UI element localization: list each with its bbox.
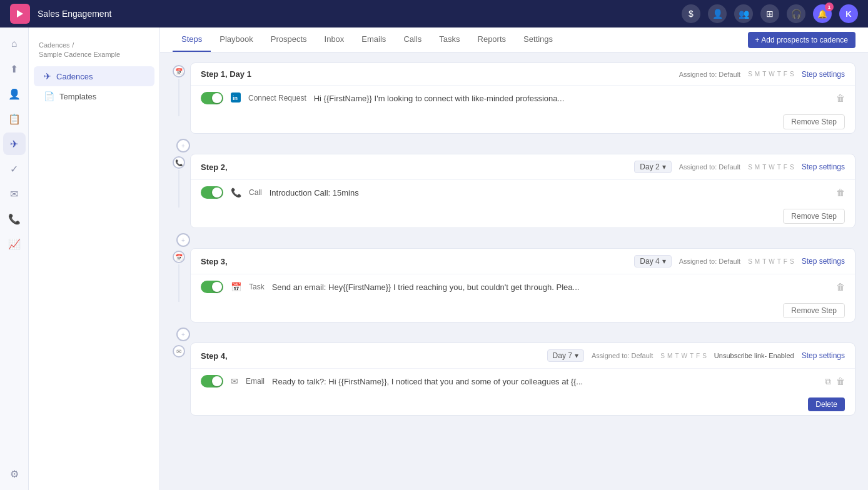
sidebar-icon-send[interactable]: ✈ — [3, 132, 26, 155]
step2-day-label: Day 2 — [640, 162, 659, 171]
step1-calendar-icon: 📅 — [173, 65, 185, 78]
sidebar-icon-tasks[interactable]: ✓ — [3, 158, 26, 180]
sidebar-item-templates[interactable]: 📄 Templates — [34, 86, 154, 106]
step2-type-label: Call — [249, 188, 262, 197]
step1-type-label: Connect Request — [248, 94, 306, 102]
tab-emails[interactable]: Emails — [353, 28, 395, 52]
step2-remove-btn[interactable]: Remove Step — [783, 209, 845, 224]
step4-settings-link[interactable]: Step settings — [802, 351, 845, 360]
tab-inbox[interactable]: Inbox — [316, 28, 353, 52]
add-step-icon-3[interactable]: + — [176, 328, 190, 341]
step1-delete-icon[interactable]: 🗑 — [836, 93, 845, 103]
step3-day-label: Day 4 — [640, 257, 659, 266]
tab-prospects[interactable]: Prospects — [262, 28, 316, 52]
sidebar-item-cadences[interactable]: ✈ Cadences — [34, 66, 154, 86]
tab-calls-label: Calls — [403, 34, 421, 44]
step2-settings-link[interactable]: Step settings — [802, 162, 845, 171]
step-block-4: ✉ Step 4, Day 7 ▾ Assigned to: Default S — [173, 342, 855, 416]
sidebar-icon-people[interactable]: 👤 — [3, 82, 26, 105]
add-step-icon-1[interactable]: + — [176, 139, 190, 152]
step2-toggle[interactable] — [201, 186, 223, 199]
step4-action-icons: ⧉ 🗑 — [825, 376, 845, 387]
tab-playbook[interactable]: Playbook — [211, 28, 261, 52]
tab-reports[interactable]: Reports — [469, 28, 515, 52]
breadcrumb-part1: Cadences — [39, 41, 70, 49]
step3-row: 📅 Task Send an email: Hey{{FirstName}} I… — [191, 274, 855, 299]
step4-copy-icon[interactable]: ⧉ — [825, 376, 831, 387]
notification-btn[interactable]: 🔔 1 — [813, 4, 832, 23]
content-area: Steps Playbook Prospects Inbox Emails Ca… — [160, 28, 868, 490]
step2-delete-icon[interactable]: 🗑 — [836, 188, 845, 198]
step3-delete-icon[interactable]: 🗑 — [836, 282, 845, 292]
main-layout: ⌂ ⬆ 👤 📋 ✈ ✓ ✉ 📞 📈 ⚙ Cadences / Sample Ca… — [0, 28, 868, 490]
step4-day-label: Day 7 — [553, 351, 572, 360]
step3-description: Send an email: Hey{{FirstName}} I tried … — [272, 282, 829, 292]
step-block-1: 📅 Step 1, Day 1 Assigned to: Default S M… — [173, 62, 855, 134]
step4-unsubscribe-label: Unsubscribe link- Enabled — [714, 352, 794, 359]
user-icon-btn[interactable]: 👤 — [708, 4, 727, 23]
step3-title: Step 3, — [201, 257, 634, 266]
step4-row: ✉ Email Ready to talk?: Hi {{FirstName}}… — [191, 369, 855, 394]
tab-calls[interactable]: Calls — [395, 28, 430, 52]
sidebar-icon-email[interactable]: ✉ — [3, 182, 26, 205]
step-block-2: 📞 Step 2, Day 2 ▾ Assigned to: Default — [173, 154, 855, 228]
notification-badge: 1 — [825, 2, 834, 11]
sidebar-icon-reports[interactable]: 📋 — [3, 108, 26, 130]
sidebar-icon-analytics[interactable]: 📈 — [3, 232, 26, 255]
svg-text:in: in — [233, 95, 238, 101]
team-icon-btn[interactable]: 👥 — [734, 4, 753, 23]
tab-steps[interactable]: Steps — [173, 28, 211, 52]
sidebar-icon-upload[interactable]: ⬆ — [3, 58, 26, 80]
user-avatar[interactable]: K — [839, 4, 858, 23]
topnav: Sales Engagement $ 👤 👥 ⊞ 🎧 🔔 1 K — [0, 0, 868, 28]
step4-delete-icon[interactable]: 🗑 — [836, 376, 845, 386]
step4-footer: Delete — [191, 394, 855, 415]
sidebar-icon-settings[interactable]: ⚙ — [3, 462, 26, 485]
step1-header: Step 1, Day 1 Assigned to: Default S M T… — [191, 63, 855, 86]
step4-days: S M T W T F S — [660, 352, 706, 359]
step4-toggle[interactable] — [201, 375, 223, 388]
currency-icon-btn[interactable]: $ — [682, 4, 700, 23]
add-step-icon-2[interactable]: + — [176, 233, 190, 247]
icon-sidebar: ⌂ ⬆ 👤 📋 ✈ ✓ ✉ 📞 📈 ⚙ — [0, 28, 29, 490]
step3-remove-btn[interactable]: Remove Step — [783, 303, 845, 318]
step2-day-badge[interactable]: Day 2 ▾ — [634, 161, 671, 173]
step3-assigned: Assigned to: Default — [679, 258, 740, 265]
tab-settings[interactable]: Settings — [515, 28, 562, 52]
step1-toggle[interactable] — [201, 92, 223, 104]
breadcrumb-part2: Sample Cadence Example — [39, 51, 120, 58]
step3-day-badge[interactable]: Day 4 ▾ — [634, 255, 671, 268]
step1-action-icons: 🗑 — [836, 93, 845, 103]
step4-delete-btn[interactable]: Delete — [808, 398, 845, 411]
step3-toggle[interactable] — [201, 281, 223, 293]
step1-days: S M T W T F S — [748, 71, 794, 78]
step-card-2: Step 2, Day 2 ▾ Assigned to: Default S M… — [190, 154, 855, 228]
step4-email-icon: ✉ — [173, 345, 185, 358]
left-panel: Cadences / Sample Cadence Example ✈ Cade… — [29, 28, 160, 490]
step1-footer: Remove Step — [191, 111, 855, 133]
tab-tasks[interactable]: Tasks — [430, 28, 468, 52]
sidebar-icon-home[interactable]: ⌂ — [3, 32, 26, 55]
tab-prospects-label: Prospects — [271, 34, 307, 44]
step2-footer: Remove Step — [191, 205, 855, 228]
step4-title: Step 4, — [201, 351, 547, 361]
step3-footer: Remove Step — [191, 299, 855, 322]
add-prospects-button[interactable]: + Add prospects to cadence — [748, 32, 855, 48]
templates-icon: 📄 — [44, 91, 54, 101]
step1-settings-link[interactable]: Step settings — [802, 70, 845, 79]
step-card-4: Step 4, Day 7 ▾ Assigned to: Default S M… — [190, 342, 855, 416]
step1-remove-btn[interactable]: Remove Step — [783, 114, 845, 129]
step4-day-badge[interactable]: Day 7 ▾ — [547, 349, 584, 362]
avatar-letter: K — [845, 9, 851, 19]
sidebar-icon-phone[interactable]: 📞 — [3, 208, 26, 230]
step2-row: 📞 Call Introduction Call: 15mins 🗑 — [191, 180, 855, 205]
templates-label: Templates — [59, 92, 96, 101]
breadcrumb-separator: / — [72, 41, 74, 49]
headset-icon-btn[interactable]: 🎧 — [787, 4, 805, 23]
step3-header: Step 3, Day 4 ▾ Assigned to: Default S M… — [191, 249, 855, 274]
step-block-3: 📅 Step 3, Day 4 ▾ Assigned to: Default — [173, 248, 855, 322]
grid-icon-btn[interactable]: ⊞ — [760, 4, 779, 23]
step3-settings-link[interactable]: Step settings — [802, 257, 845, 266]
step3-action-icons: 🗑 — [836, 282, 845, 292]
tab-steps-label: Steps — [181, 34, 202, 44]
